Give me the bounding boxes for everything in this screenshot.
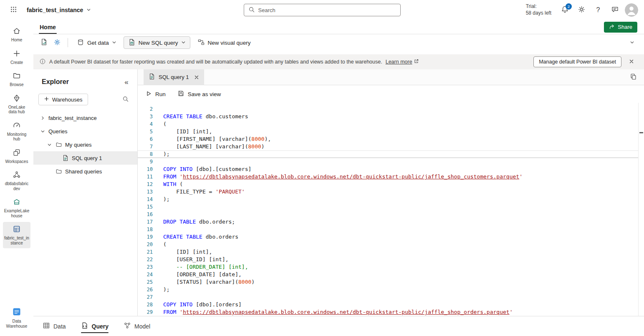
share-button[interactable]: Share [604, 22, 637, 33]
rail-item-home[interactable]: Home [3, 24, 30, 46]
code-lines: 23CREATE TABLE dbo.customers4(5 [ID] [in… [138, 105, 638, 316]
plus-icon [44, 96, 49, 103]
tree-item-queries[interactable]: Queries [33, 125, 137, 138]
code-line-27[interactable]: 27 [138, 293, 638, 301]
new-sql-query-button[interactable]: New SQL query [124, 36, 190, 49]
code-line-7[interactable]: 7 [LAST_NAME] [varchar](8000) [138, 143, 638, 150]
rail-item-workspaces[interactable]: Workspaces [3, 145, 30, 167]
code-line-16[interactable]: 16 [138, 211, 638, 218]
rail-item-onelake-data-hub[interactable]: OneLake data hub [3, 91, 30, 117]
rail-item-dbtlabsfabricdev[interactable]: dbtlabsfabricdev [3, 168, 30, 194]
code-line-12[interactable]: 12WITH ( [138, 181, 638, 188]
search-box[interactable] [244, 4, 401, 16]
app-launcher-button[interactable] [7, 3, 20, 17]
workspace-switcher[interactable]: fabric_test_instance [27, 7, 91, 13]
share-icon [609, 23, 615, 31]
code-line-21[interactable]: 21 [ID] [int], [138, 248, 638, 256]
code-line-25[interactable]: 25 [STATUS] [varchar](8000) [138, 278, 638, 286]
query-tab[interactable]: SQL query 1 [144, 69, 204, 85]
rail-item-fabric-test-instance[interactable]: fabric_test_instance [3, 222, 30, 248]
notifications-button[interactable]: 2 [558, 3, 571, 17]
code-line-6[interactable]: 6 [FIRST_NAME] [varchar](8000), [138, 135, 638, 143]
tree-item-shared-queries[interactable]: Shared queries [33, 165, 137, 178]
code-line-20[interactable]: 20( [138, 241, 638, 248]
code-line-5[interactable]: 5 [ID] [int], [138, 128, 638, 135]
gear-icon [578, 5, 586, 15]
view-tab-data[interactable]: Data [43, 316, 66, 336]
run-button[interactable]: Run [145, 90, 166, 98]
rail-item-create[interactable]: Create [3, 46, 30, 68]
ribbon-tab-home[interactable]: Home [35, 20, 61, 34]
search-input[interactable] [258, 7, 396, 13]
new-sql-query-icon [128, 38, 136, 47]
code-editor[interactable]: 23CREATE TABLE dbo.customers4(5 [ID] [in… [138, 103, 644, 316]
rail-item-monitoring-hub[interactable]: Monitoring hub [3, 118, 30, 145]
banner-actions: Manage default Power BI dataset [533, 55, 638, 69]
save-as-view-label: Save as view [188, 91, 221, 97]
rail-item-browse[interactable]: Browse [3, 69, 30, 90]
code-line-8[interactable]: 8); [138, 150, 638, 158]
search-icon [122, 96, 129, 104]
code-line-10[interactable]: 10COPY INTO [dbo].[customers] [138, 165, 638, 173]
save-as-view-button[interactable]: Save as view [177, 90, 221, 98]
code-line-14[interactable]: 14); [138, 196, 638, 203]
line-number: 23 [138, 263, 153, 271]
new-visual-query-button[interactable]: New visual query [193, 36, 255, 49]
code-line-29[interactable]: 29FROM 'https://dbtlabsynapsedatalake.bl… [138, 308, 638, 316]
copy-button[interactable] [626, 71, 640, 84]
code-line-2[interactable]: 2 [138, 105, 638, 113]
code-line-11[interactable]: 11FROM 'https://dbtlabsynapsedatalake.bl… [138, 173, 638, 181]
code-line-15[interactable]: 15 [138, 203, 638, 211]
code-line-3[interactable]: 3CREATE TABLE dbo.customers [138, 113, 638, 120]
tree-item-my-queries[interactable]: My queries [33, 138, 137, 151]
settings-button[interactable] [575, 3, 588, 17]
notification-badge: 2 [566, 3, 572, 10]
code-token [176, 166, 179, 172]
code-token: TABLE [179, 219, 196, 225]
workspaces-icon [13, 148, 21, 158]
data-warehouse-icon [12, 307, 21, 318]
warehouses-button[interactable]: Warehouses [38, 94, 88, 105]
banner-message: A default Power BI dataset for faster re… [49, 59, 382, 65]
chevron-right-icon[interactable] [39, 116, 46, 120]
rail-item-examplelakehouse[interactable]: ExampleLakehouse [3, 195, 30, 221]
learn-more-label: Learn more [386, 59, 412, 65]
rail-item-data-warehouse[interactable]: Data Warehouse [3, 304, 30, 331]
get-data-button[interactable]: Get data [72, 36, 121, 49]
explorer-search-button[interactable] [119, 93, 132, 106]
learn-more-link[interactable]: Learn more [386, 59, 419, 65]
feedback-button[interactable] [608, 3, 621, 17]
code-line-13[interactable]: 13 FILE_TYPE = 'PARQUET' [138, 188, 638, 196]
code-line-24[interactable]: 24 [ORDER_DATE] [date], [138, 271, 638, 278]
editor-scrollbar[interactable] [638, 103, 644, 316]
tree-item-fabric-test-instance[interactable]: fabric_test_instance [33, 111, 137, 125]
tree-item-sql-query-1[interactable]: SQL query 1 [33, 151, 137, 165]
chevron-down-icon[interactable] [46, 143, 53, 147]
code-line-18[interactable]: 18 [138, 226, 638, 233]
collapse-explorer-button[interactable]: « [120, 75, 133, 89]
manage-dataset-button[interactable]: Manage default Power BI dataset [533, 56, 621, 67]
rail-item-label: Browse [10, 82, 23, 87]
banner-close-button[interactable] [625, 55, 638, 69]
view-tab-model[interactable]: Model [124, 316, 150, 336]
settings-sparkle-button[interactable] [51, 36, 63, 49]
chevron-down-icon[interactable] [39, 129, 46, 134]
tree-item-label: SQL query 1 [72, 155, 102, 161]
help-button[interactable]: ? [591, 3, 605, 17]
data-grid-icon [43, 322, 50, 331]
collapse-ribbon-button[interactable] [626, 36, 638, 49]
folder-icon [55, 168, 63, 175]
view-tab-query[interactable]: Query [81, 316, 109, 336]
code-line-28[interactable]: 28COPY INTO [dbo].[orders] [138, 301, 638, 308]
refresh-script-button[interactable] [38, 36, 50, 49]
code-token: INTO [179, 166, 192, 172]
code-line-22[interactable]: 22 [USER_ID] [int], [138, 256, 638, 263]
close-tab-icon[interactable] [192, 73, 201, 81]
code-line-4[interactable]: 4( [138, 120, 638, 128]
code-line-19[interactable]: 19CREATE TABLE dbo.orders [138, 233, 638, 241]
code-line-23[interactable]: 23 -- [ORDER_DATE] [int], [138, 263, 638, 271]
code-line-26[interactable]: 26); [138, 286, 638, 293]
code-line-9[interactable]: 9 [138, 158, 638, 165]
code-line-17[interactable]: 17DROP TABLE dbo.orders; [138, 218, 638, 226]
account-avatar[interactable] [625, 3, 638, 17]
